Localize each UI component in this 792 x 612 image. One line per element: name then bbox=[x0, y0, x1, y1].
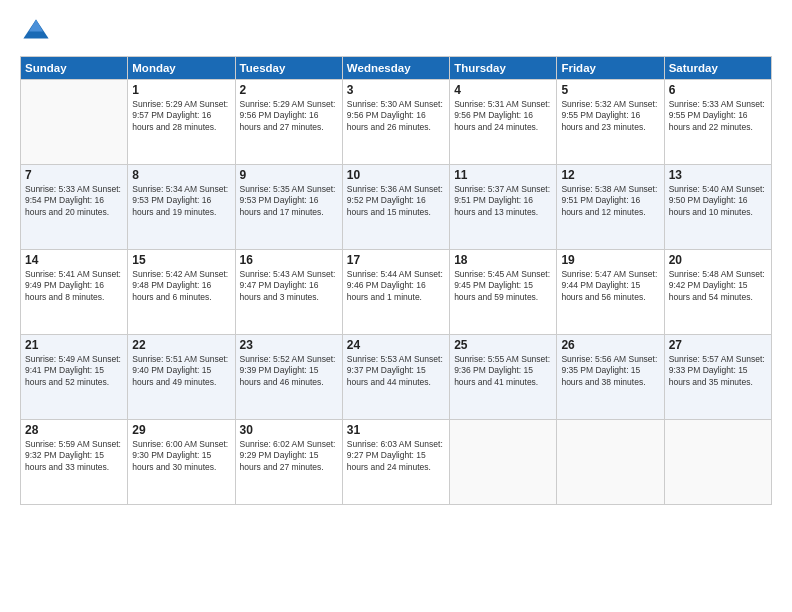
calendar-cell: 26Sunrise: 5:56 AM Sunset: 9:35 PM Dayli… bbox=[557, 335, 664, 420]
calendar-cell bbox=[664, 420, 771, 505]
day-info: Sunrise: 5:31 AM Sunset: 9:56 PM Dayligh… bbox=[454, 99, 552, 133]
calendar-cell: 3Sunrise: 5:30 AM Sunset: 9:56 PM Daylig… bbox=[342, 80, 449, 165]
day-number: 9 bbox=[240, 168, 338, 182]
calendar-cell: 24Sunrise: 5:53 AM Sunset: 9:37 PM Dayli… bbox=[342, 335, 449, 420]
day-number: 25 bbox=[454, 338, 552, 352]
day-info: Sunrise: 5:29 AM Sunset: 9:57 PM Dayligh… bbox=[132, 99, 230, 133]
week-row-2: 7Sunrise: 5:33 AM Sunset: 9:54 PM Daylig… bbox=[21, 165, 772, 250]
day-number: 12 bbox=[561, 168, 659, 182]
day-number: 3 bbox=[347, 83, 445, 97]
day-info: Sunrise: 5:29 AM Sunset: 9:56 PM Dayligh… bbox=[240, 99, 338, 133]
calendar-cell: 21Sunrise: 5:49 AM Sunset: 9:41 PM Dayli… bbox=[21, 335, 128, 420]
day-info: Sunrise: 5:43 AM Sunset: 9:47 PM Dayligh… bbox=[240, 269, 338, 303]
calendar-cell: 4Sunrise: 5:31 AM Sunset: 9:56 PM Daylig… bbox=[450, 80, 557, 165]
day-number: 28 bbox=[25, 423, 123, 437]
day-info: Sunrise: 5:32 AM Sunset: 9:55 PM Dayligh… bbox=[561, 99, 659, 133]
day-number: 10 bbox=[347, 168, 445, 182]
day-info: Sunrise: 5:40 AM Sunset: 9:50 PM Dayligh… bbox=[669, 184, 767, 218]
day-number: 18 bbox=[454, 253, 552, 267]
day-number: 15 bbox=[132, 253, 230, 267]
day-info: Sunrise: 6:03 AM Sunset: 9:27 PM Dayligh… bbox=[347, 439, 445, 473]
week-row-4: 21Sunrise: 5:49 AM Sunset: 9:41 PM Dayli… bbox=[21, 335, 772, 420]
day-number: 29 bbox=[132, 423, 230, 437]
day-number: 22 bbox=[132, 338, 230, 352]
day-number: 5 bbox=[561, 83, 659, 97]
day-info: Sunrise: 5:56 AM Sunset: 9:35 PM Dayligh… bbox=[561, 354, 659, 388]
calendar-cell: 16Sunrise: 5:43 AM Sunset: 9:47 PM Dayli… bbox=[235, 250, 342, 335]
calendar-cell: 12Sunrise: 5:38 AM Sunset: 9:51 PM Dayli… bbox=[557, 165, 664, 250]
day-info: Sunrise: 5:59 AM Sunset: 9:32 PM Dayligh… bbox=[25, 439, 123, 473]
day-number: 7 bbox=[25, 168, 123, 182]
week-row-3: 14Sunrise: 5:41 AM Sunset: 9:49 PM Dayli… bbox=[21, 250, 772, 335]
day-header-friday: Friday bbox=[557, 57, 664, 80]
calendar-cell: 18Sunrise: 5:45 AM Sunset: 9:45 PM Dayli… bbox=[450, 250, 557, 335]
day-info: Sunrise: 5:37 AM Sunset: 9:51 PM Dayligh… bbox=[454, 184, 552, 218]
week-row-5: 28Sunrise: 5:59 AM Sunset: 9:32 PM Dayli… bbox=[21, 420, 772, 505]
day-number: 17 bbox=[347, 253, 445, 267]
calendar-cell: 8Sunrise: 5:34 AM Sunset: 9:53 PM Daylig… bbox=[128, 165, 235, 250]
day-header-monday: Monday bbox=[128, 57, 235, 80]
day-info: Sunrise: 5:57 AM Sunset: 9:33 PM Dayligh… bbox=[669, 354, 767, 388]
day-number: 31 bbox=[347, 423, 445, 437]
day-number: 19 bbox=[561, 253, 659, 267]
day-number: 26 bbox=[561, 338, 659, 352]
day-number: 16 bbox=[240, 253, 338, 267]
day-info: Sunrise: 5:51 AM Sunset: 9:40 PM Dayligh… bbox=[132, 354, 230, 388]
calendar-cell: 2Sunrise: 5:29 AM Sunset: 9:56 PM Daylig… bbox=[235, 80, 342, 165]
day-number: 13 bbox=[669, 168, 767, 182]
day-number: 8 bbox=[132, 168, 230, 182]
calendar-cell: 14Sunrise: 5:41 AM Sunset: 9:49 PM Dayli… bbox=[21, 250, 128, 335]
day-number: 11 bbox=[454, 168, 552, 182]
day-number: 20 bbox=[669, 253, 767, 267]
header-row: SundayMondayTuesdayWednesdayThursdayFrid… bbox=[21, 57, 772, 80]
calendar-cell: 5Sunrise: 5:32 AM Sunset: 9:55 PM Daylig… bbox=[557, 80, 664, 165]
day-info: Sunrise: 5:52 AM Sunset: 9:39 PM Dayligh… bbox=[240, 354, 338, 388]
day-info: Sunrise: 5:34 AM Sunset: 9:53 PM Dayligh… bbox=[132, 184, 230, 218]
day-number: 4 bbox=[454, 83, 552, 97]
day-number: 27 bbox=[669, 338, 767, 352]
day-header-tuesday: Tuesday bbox=[235, 57, 342, 80]
day-info: Sunrise: 5:44 AM Sunset: 9:46 PM Dayligh… bbox=[347, 269, 445, 303]
calendar-cell bbox=[557, 420, 664, 505]
calendar-cell: 22Sunrise: 5:51 AM Sunset: 9:40 PM Dayli… bbox=[128, 335, 235, 420]
calendar-cell: 11Sunrise: 5:37 AM Sunset: 9:51 PM Dayli… bbox=[450, 165, 557, 250]
calendar: SundayMondayTuesdayWednesdayThursdayFrid… bbox=[20, 56, 772, 505]
day-info: Sunrise: 5:35 AM Sunset: 9:53 PM Dayligh… bbox=[240, 184, 338, 218]
day-info: Sunrise: 5:53 AM Sunset: 9:37 PM Dayligh… bbox=[347, 354, 445, 388]
calendar-cell: 23Sunrise: 5:52 AM Sunset: 9:39 PM Dayli… bbox=[235, 335, 342, 420]
day-info: Sunrise: 5:45 AM Sunset: 9:45 PM Dayligh… bbox=[454, 269, 552, 303]
calendar-cell: 29Sunrise: 6:00 AM Sunset: 9:30 PM Dayli… bbox=[128, 420, 235, 505]
calendar-cell: 1Sunrise: 5:29 AM Sunset: 9:57 PM Daylig… bbox=[128, 80, 235, 165]
day-info: Sunrise: 5:41 AM Sunset: 9:49 PM Dayligh… bbox=[25, 269, 123, 303]
day-info: Sunrise: 5:33 AM Sunset: 9:54 PM Dayligh… bbox=[25, 184, 123, 218]
calendar-cell: 28Sunrise: 5:59 AM Sunset: 9:32 PM Dayli… bbox=[21, 420, 128, 505]
calendar-cell bbox=[21, 80, 128, 165]
day-info: Sunrise: 5:48 AM Sunset: 9:42 PM Dayligh… bbox=[669, 269, 767, 303]
header bbox=[20, 16, 772, 48]
day-info: Sunrise: 5:49 AM Sunset: 9:41 PM Dayligh… bbox=[25, 354, 123, 388]
day-header-wednesday: Wednesday bbox=[342, 57, 449, 80]
calendar-cell: 17Sunrise: 5:44 AM Sunset: 9:46 PM Dayli… bbox=[342, 250, 449, 335]
week-row-1: 1Sunrise: 5:29 AM Sunset: 9:57 PM Daylig… bbox=[21, 80, 772, 165]
day-number: 30 bbox=[240, 423, 338, 437]
calendar-cell: 27Sunrise: 5:57 AM Sunset: 9:33 PM Dayli… bbox=[664, 335, 771, 420]
day-info: Sunrise: 5:30 AM Sunset: 9:56 PM Dayligh… bbox=[347, 99, 445, 133]
day-info: Sunrise: 6:00 AM Sunset: 9:30 PM Dayligh… bbox=[132, 439, 230, 473]
day-number: 1 bbox=[132, 83, 230, 97]
calendar-cell: 10Sunrise: 5:36 AM Sunset: 9:52 PM Dayli… bbox=[342, 165, 449, 250]
day-header-thursday: Thursday bbox=[450, 57, 557, 80]
calendar-cell: 30Sunrise: 6:02 AM Sunset: 9:29 PM Dayli… bbox=[235, 420, 342, 505]
svg-marker-1 bbox=[29, 20, 43, 32]
logo-icon bbox=[22, 16, 50, 44]
day-number: 23 bbox=[240, 338, 338, 352]
calendar-cell bbox=[450, 420, 557, 505]
logo bbox=[20, 16, 50, 48]
day-header-sunday: Sunday bbox=[21, 57, 128, 80]
day-info: Sunrise: 5:33 AM Sunset: 9:55 PM Dayligh… bbox=[669, 99, 767, 133]
calendar-cell: 6Sunrise: 5:33 AM Sunset: 9:55 PM Daylig… bbox=[664, 80, 771, 165]
calendar-cell: 31Sunrise: 6:03 AM Sunset: 9:27 PM Dayli… bbox=[342, 420, 449, 505]
day-info: Sunrise: 5:38 AM Sunset: 9:51 PM Dayligh… bbox=[561, 184, 659, 218]
day-number: 14 bbox=[25, 253, 123, 267]
day-header-saturday: Saturday bbox=[664, 57, 771, 80]
day-number: 2 bbox=[240, 83, 338, 97]
